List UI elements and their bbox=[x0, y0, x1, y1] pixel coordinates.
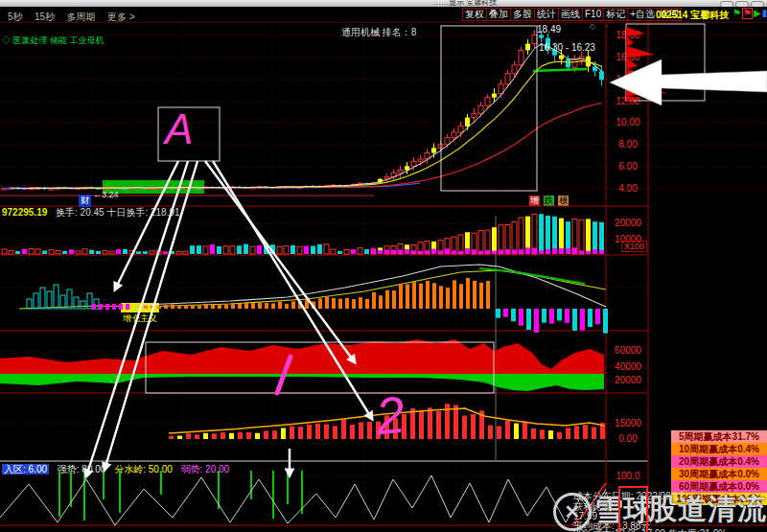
red-flag-icon[interactable]: ⚑ bbox=[742, 8, 753, 19]
high-price-label: 18.49 bbox=[537, 24, 561, 35]
green-flag-icon[interactable]: ⚑ bbox=[732, 8, 741, 19]
restore-rights-button[interactable]: 复权 bbox=[462, 8, 487, 21]
candlestick-panel bbox=[0, 31, 604, 196]
cost-row: 20周期赢成本0.4% bbox=[671, 455, 767, 468]
alert-flag-icons: ⚑⚑▶▮ bbox=[732, 8, 767, 19]
low-price-callout: ←3.24 bbox=[93, 190, 119, 199]
tab-more[interactable]: 更多 > bbox=[107, 12, 135, 22]
chart-canvas[interactable] bbox=[0, 0, 767, 532]
window-title: ……显示 宝馨科技 bbox=[433, 0, 497, 7]
titlebar: ……显示 宝馨科技 bbox=[0, 0, 767, 7]
overlay-button[interactable]: 叠加 bbox=[486, 8, 511, 21]
tab-15sec[interactable]: 15秒 bbox=[35, 12, 55, 22]
tab-5sec[interactable]: 5秒 bbox=[8, 12, 23, 22]
finance-badge: 财 bbox=[79, 195, 91, 207]
f10-button[interactable]: F10 bbox=[582, 8, 604, 21]
cost-row: 30周期赢成本0.0% bbox=[671, 468, 767, 480]
toolbar: 5秒 15秒 多周期 更多 > 复权 叠加 多股 统计 画线 F10 标记 +自… bbox=[0, 7, 767, 22]
watermark-name: 股道清流 bbox=[648, 490, 767, 529]
add-watchlist-button[interactable]: +自选 bbox=[627, 8, 658, 21]
multi-stock-button[interactable]: 多股 bbox=[510, 8, 535, 21]
annotation-digit-2: 2 bbox=[373, 384, 407, 447]
industry-rank-label: 通用机械 排名：8 bbox=[341, 26, 416, 39]
app-window: ……显示 宝馨科技 5秒 15秒 多周期 更多 > 复权 叠加 多股 统计 画线… bbox=[0, 0, 767, 532]
mark-button[interactable]: 标记 bbox=[603, 8, 628, 21]
red-annotation-box bbox=[618, 486, 648, 532]
cost-row: 10周期赢成本0.4% bbox=[671, 443, 767, 455]
tab-multi-period[interactable]: 多周期 bbox=[67, 12, 96, 22]
blue-chart-icon[interactable]: ▮ bbox=[762, 8, 767, 19]
stock-code-label[interactable]: 002514 宝馨科技 bbox=[656, 9, 729, 22]
annotation-letter-a: A bbox=[165, 105, 193, 153]
toolbar-buttons: 复权 叠加 多股 统计 画线 F10 标记 +自选 返回 bbox=[463, 8, 682, 21]
draw-line-button[interactable]: 画线 bbox=[558, 8, 583, 21]
xueqiu-logo-icon: ✕ bbox=[553, 493, 592, 531]
dual-price-label: 16.30 - 16.23 bbox=[539, 42, 595, 53]
cost-row: 5周期赢成本31.7% bbox=[671, 430, 767, 443]
volume-panel bbox=[2, 214, 604, 254]
chip-distribution bbox=[610, 24, 767, 105]
statistics-button[interactable]: 统计 bbox=[534, 8, 559, 21]
green-play-icon[interactable]: ▶ bbox=[754, 8, 761, 19]
